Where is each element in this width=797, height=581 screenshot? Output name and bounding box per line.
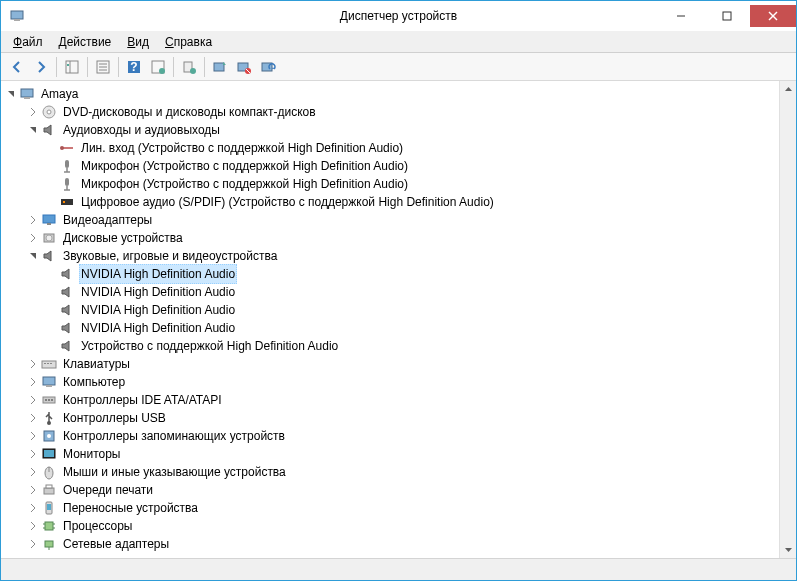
tree-node[interactable]: Переносные устройства: [3, 499, 777, 517]
svg-rect-68: [45, 541, 53, 547]
tree-node[interactable]: Микрофон (Устройство с поддержкой High D…: [3, 175, 777, 193]
svg-rect-44: [47, 363, 49, 364]
expander-icon[interactable]: [3, 86, 19, 102]
tree-node[interactable]: Дисковые устройства: [3, 229, 777, 247]
toolbar-separator: [204, 57, 205, 77]
speaker-icon: [59, 338, 75, 354]
expander-icon[interactable]: [25, 500, 41, 516]
tree-node[interactable]: Устройство с поддержкой High Definition …: [3, 337, 777, 355]
expander-icon[interactable]: [25, 356, 41, 372]
tree-node[interactable]: Клавиатуры: [3, 355, 777, 373]
toolbar-separator: [87, 57, 88, 77]
disable-button[interactable]: [232, 55, 256, 79]
printer-icon: [41, 482, 57, 498]
action-button[interactable]: [146, 55, 170, 79]
expander-icon[interactable]: [25, 212, 41, 228]
tree-node[interactable]: DVD-дисководы и дисководы компакт-дисков: [3, 103, 777, 121]
expander-icon[interactable]: [25, 518, 41, 534]
tree-node[interactable]: Очереди печати: [3, 481, 777, 499]
tree-node[interactable]: NVIDIA High Definition Audio: [3, 265, 777, 283]
tree-node[interactable]: Аудиовходы и аудиовыходы: [3, 121, 777, 139]
tree-root-node[interactable]: Amaya: [3, 85, 777, 103]
show-hide-tree-button[interactable]: [60, 55, 84, 79]
tree-node[interactable]: NVIDIA High Definition Audio: [3, 283, 777, 301]
usb-icon: [41, 410, 57, 426]
svg-point-29: [60, 146, 64, 150]
menu-view[interactable]: Вид: [119, 33, 157, 51]
properties-button[interactable]: [91, 55, 115, 79]
tree-node[interactable]: Звуковые, игровые и видеоустройства: [3, 247, 777, 265]
node-label: Переносные устройства: [61, 499, 200, 517]
expander-icon[interactable]: [25, 122, 41, 138]
expander-icon[interactable]: [25, 248, 41, 264]
tree-node[interactable]: NVIDIA High Definition Audio: [3, 301, 777, 319]
tree-node[interactable]: Процессоры: [3, 517, 777, 535]
expander-icon[interactable]: [25, 392, 41, 408]
expander-icon[interactable]: [25, 482, 41, 498]
back-button[interactable]: [5, 55, 29, 79]
tree-node[interactable]: Микрофон (Устройство с поддержкой High D…: [3, 157, 777, 175]
tree-node[interactable]: Лин. вход (Устройство с поддержкой High …: [3, 139, 777, 157]
svg-rect-39: [47, 223, 51, 225]
svg-rect-24: [21, 89, 33, 97]
menu-help[interactable]: Справка: [157, 33, 220, 51]
tree-node[interactable]: Мыши и иные указывающие устройства: [3, 463, 777, 481]
svg-rect-8: [67, 64, 69, 66]
tree-node[interactable]: Цифровое аудио (S/PDIF) (Устройство с по…: [3, 193, 777, 211]
node-label: Компьютер: [61, 373, 127, 391]
vertical-scrollbar[interactable]: [779, 81, 796, 558]
svg-point-27: [47, 110, 51, 114]
svg-rect-0: [11, 11, 23, 19]
expander-icon[interactable]: [25, 410, 41, 426]
speaker-icon: [59, 320, 75, 336]
tree-node[interactable]: Видеоадаптеры: [3, 211, 777, 229]
expander-icon[interactable]: [25, 464, 41, 480]
svg-point-51: [51, 399, 53, 401]
app-icon: [9, 8, 25, 24]
scroll-up-button[interactable]: [780, 81, 796, 98]
node-label: Дисковые устройства: [61, 229, 185, 247]
tree-node[interactable]: Контроллеры USB: [3, 409, 777, 427]
svg-rect-60: [46, 485, 52, 488]
svg-rect-59: [44, 488, 54, 494]
tree-node[interactable]: NVIDIA High Definition Audio: [3, 319, 777, 337]
window-controls: [658, 5, 796, 27]
display-icon: [41, 212, 57, 228]
close-button[interactable]: [750, 5, 796, 27]
node-label: Аудиовходы и аудиовыходы: [61, 121, 222, 139]
svg-text:?: ?: [130, 60, 137, 74]
mouse-icon: [41, 464, 57, 480]
expander-icon[interactable]: [25, 104, 41, 120]
tree-node[interactable]: Мониторы: [3, 445, 777, 463]
scroll-down-button[interactable]: [780, 541, 796, 558]
help-button[interactable]: ?: [122, 55, 146, 79]
storage-icon: [41, 428, 57, 444]
minimize-button[interactable]: [658, 5, 704, 27]
node-label: Микрофон (Устройство с поддержкой High D…: [79, 175, 410, 193]
forward-button[interactable]: [29, 55, 53, 79]
monitor-icon: [41, 446, 57, 462]
tree-node[interactable]: Сетевые адаптеры: [3, 535, 777, 553]
node-label: Звуковые, игровые и видеоустройства: [61, 247, 279, 265]
tree-content[interactable]: Amaya DVD-дисководы и дисководы компакт-…: [1, 81, 796, 558]
scan-hardware-button[interactable]: [256, 55, 280, 79]
expander-icon[interactable]: [25, 428, 41, 444]
tree-node[interactable]: Компьютер: [3, 373, 777, 391]
node-label: DVD-дисководы и дисководы компакт-дисков: [61, 103, 318, 121]
svg-rect-6: [66, 61, 78, 73]
expander-icon[interactable]: [25, 536, 41, 552]
tree-node[interactable]: Контроллеры запоминающих устройств: [3, 427, 777, 445]
uninstall-button[interactable]: [208, 55, 232, 79]
expander-icon[interactable]: [25, 230, 41, 246]
toolbar: ?: [1, 53, 796, 81]
svg-rect-37: [63, 201, 65, 203]
menu-action[interactable]: Действие: [51, 33, 120, 51]
expander-icon[interactable]: [25, 446, 41, 462]
menu-file[interactable]: Файл: [5, 33, 51, 51]
tree-node[interactable]: Контроллеры IDE ATA/ATAPI: [3, 391, 777, 409]
expander-icon[interactable]: [25, 374, 41, 390]
maximize-button[interactable]: [704, 5, 750, 27]
update-driver-button[interactable]: [177, 55, 201, 79]
svg-rect-46: [43, 377, 55, 385]
svg-rect-1: [14, 19, 20, 21]
